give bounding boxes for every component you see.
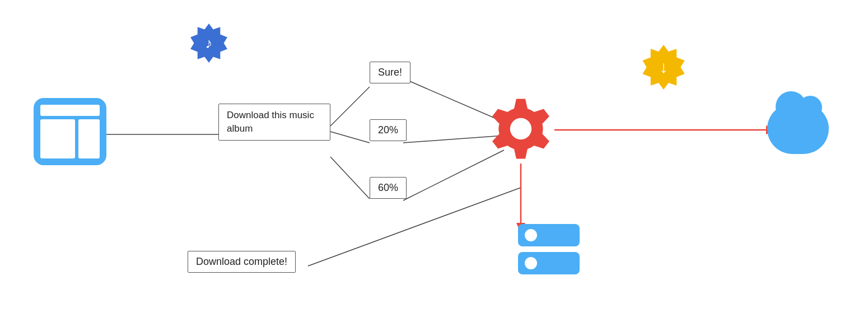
svg-line-2 — [330, 132, 370, 143]
download-album-message: Download this music album — [218, 104, 330, 141]
download-arrow-badge: ↓ — [641, 45, 686, 90]
svg-point-12 — [510, 118, 531, 139]
svg-line-7 — [308, 188, 521, 266]
database-item-1 — [518, 224, 580, 246]
db-circle-2 — [525, 257, 537, 269]
download-complete-message: Download complete! — [188, 251, 296, 273]
browser-left-panel — [40, 119, 75, 158]
sure-message: Sure! — [370, 62, 410, 83]
cloud-icon — [767, 104, 829, 154]
database-item-2 — [518, 252, 580, 274]
music-badge-icon: ♪ — [189, 24, 228, 63]
db-circle-1 — [525, 229, 537, 241]
percent-60-message: 60% — [370, 177, 407, 199]
percent-20-message: 20% — [370, 119, 407, 141]
browser-right-panel — [78, 119, 100, 158]
database-stack — [518, 224, 580, 274]
music-note-badge: ♪ — [189, 24, 228, 63]
diagram-canvas: ♪ Download this music album Sure! 20% 60… — [0, 0, 868, 336]
browser-top-bar — [40, 105, 100, 116]
svg-line-1 — [330, 87, 370, 126]
music-note-icon: ♪ — [206, 35, 213, 52]
browser-app-icon — [34, 98, 106, 165]
download-arrow-icon: ↓ — [660, 58, 668, 77]
download-badge-icon: ↓ — [641, 45, 686, 90]
gear-icon — [487, 95, 554, 162]
svg-line-6 — [330, 157, 370, 199]
browser-bottom — [40, 119, 100, 158]
connector-lines — [0, 0, 868, 336]
